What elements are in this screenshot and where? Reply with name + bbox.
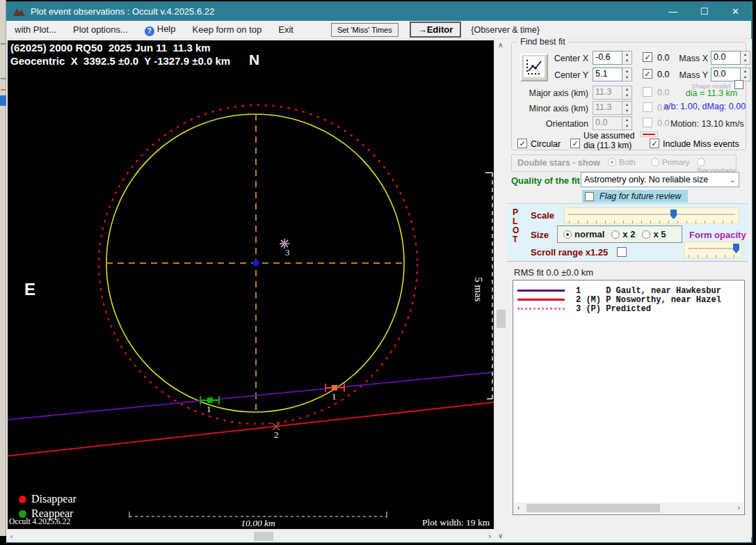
mas-scale-bracket [485,173,492,399]
size-radio-group: normal x 2 x 5 [557,226,682,243]
predicted-label: 3 [285,247,290,258]
east-label: E [24,280,35,299]
major-sigma-value: 0.0 [657,88,669,97]
minimize-button[interactable]: — [657,1,689,21]
major-axis-label: Major axis (km) [523,88,588,98]
center-y-field[interactable]: 5.1▲▼ [593,68,632,81]
center-y-spinner[interactable]: ▲▼ [622,68,632,81]
center-y-sigma-checkbox[interactable]: ✓ [643,69,652,79]
disappear-dot-icon [19,496,26,503]
size-x5-option[interactable]: x 5 [642,229,666,239]
menu-help[interactable]: ?Help [136,24,184,36]
observer-row-1[interactable]: 1 D Gault, near Hawkesbur [517,286,744,295]
find-best-fit-label: Find best fit [517,37,568,47]
plot-header: (62025) 2000 RQ50 2025 Jun 11 11.3 kmGeo… [10,42,230,68]
menu-exit[interactable]: Exit [270,24,302,35]
form-opacity-slider[interactable] [684,242,742,258]
orientation-spinner: ▲▼ [622,116,632,130]
chord1-left-label: 1 [207,404,211,415]
mass-x-spinner[interactable]: ▲▼ [741,51,750,65]
mass-x-label: Mass X [676,54,708,63]
form-opacity-label: Form opacity [689,230,746,240]
editor-button[interactable]: →Editor [410,22,462,38]
observer-2-label: 2 (M) P Nosworthy, near Hazel [576,295,721,305]
center-dot [253,260,259,267]
opacity-slider-track [688,248,738,249]
observer-time-label: {Observer & time} [471,25,540,35]
chord1-right-label: 1 [332,391,337,402]
listbox-scroll-left-icon[interactable]: ‹ [517,505,520,512]
maximize-button[interactable]: ☐ [689,1,720,21]
center-y-sigma-value: 0.0 [657,70,669,79]
radio-both: Both [608,158,636,166]
circular-checkbox[interactable]: ✓ [517,139,527,148]
center-x-field[interactable]: -0.6▲▼ [593,51,632,65]
scroll-range-checkbox[interactable] [617,247,627,257]
observer-row-3[interactable]: 3 (P) Predicted [517,304,744,313]
mass-y-spinner[interactable]: ▲▼ [741,68,750,81]
motion-text: Motion: 13.10 km/s [670,119,748,129]
center-x-spinner[interactable]: ▲▼ [622,51,632,65]
mass-y-field[interactable]: 0.0▲▼ [711,68,750,81]
scroll-down-icon[interactable]: ∨ [498,532,503,539]
close-button[interactable]: ✕ [720,1,751,21]
opacity-slider-ticks [689,255,737,258]
chevron-down-icon: ⌄ [730,175,736,184]
orientation-sigma-value: 0.0 [657,118,669,128]
menu-plot-options[interactable]: Plot options... [65,24,136,35]
scroll-left-icon[interactable]: ‹ [10,533,13,540]
minor-axis-spinner: ▲▼ [622,101,632,115]
control-panel: Find best fit Center X -0.6 [507,39,752,537]
observer-row-2[interactable]: 2 (M) P Nosworthy, near Hazel [517,295,744,304]
scroll-up-icon[interactable]: ∧ [498,42,503,49]
center-x-label: Center X [548,54,588,63]
size-normal-option[interactable]: normal [563,229,604,239]
flag-review-checkbox[interactable] [585,192,594,201]
occultation-plot[interactable]: (62025) 2000 RQ50 2025 Jun 11 11.3 kmGeo… [6,39,495,530]
dia-text: dia = 11.3 km [676,88,747,98]
scroll-range-label: Scroll range x1.25 [531,247,608,258]
listbox-horizontal-scrollbar[interactable]: ‹ › [514,503,743,514]
help-icon: ? [145,26,154,36]
app-icon [13,7,25,16]
chord1-line [8,372,492,420]
background-selected-item [0,95,6,106]
plot-vertical-scrollbar[interactable]: ∧ ∨ [495,39,507,542]
scroll-right-icon[interactable]: › [489,533,491,540]
center-y-label: Center Y [548,70,588,80]
predicted-line-sample [517,308,565,310]
quality-select[interactable]: Astrometry only. No reliable size ⌄ [581,172,739,187]
menu-with-plot[interactable]: with Plot... [6,24,65,35]
minor-axis-field: 11.3▲▼ [593,101,632,115]
background-window-strip [0,0,6,536]
major-axis-spinner: ▲▼ [622,86,632,100]
horizontal-scroll-thumb[interactable] [254,532,273,541]
find-best-fit-group: Find best fit Center X -0.6 [511,42,746,150]
set-miss-times-button[interactable]: Set 'Miss' Times [331,23,399,37]
size-x2-option[interactable]: x 2 [611,229,635,239]
plot-controls-panel: PLOT Scale Size normal x 2 x 5 Form opac… [507,203,748,262]
rms-fit-label: RMS fit 0.0 ±0.0 km [514,267,593,278]
fit-button[interactable] [520,54,548,81]
observers-listbox[interactable]: 1 D Gault, near Hawkesbur 2 (M) P Noswor… [513,280,745,515]
chord1-line-sample [517,290,565,292]
scale-slider-track [568,214,735,215]
opacity-slider-thumb[interactable] [733,244,739,253]
orientation-field: 0.0▲▼ [593,116,632,130]
use-assumed-checkbox[interactable]: ✓ [570,139,580,148]
scale-slider[interactable] [564,207,739,224]
include-miss-checkbox[interactable]: ✓ [650,139,659,148]
double-stars-label: Double stars - show [517,158,600,168]
scale-slider-thumb[interactable] [670,210,677,219]
version-label: Occult 4.2025.6.22 [9,517,70,526]
scale-label: Scale [531,210,554,221]
menu-keep-on-top[interactable]: Keep form on top [184,24,271,35]
mass-x-field[interactable]: 0.0▲▼ [711,51,750,65]
title-bar[interactable]: Plot event observations : Occult v.4.202… [6,1,751,21]
occult-plot-window: Plot event observations : Occult v.4.202… [6,1,753,543]
plot-horizontal-scrollbar[interactable]: ‹ › [6,530,495,542]
center-x-sigma-checkbox[interactable]: ✓ [643,52,652,62]
listbox-scroll-right-icon[interactable]: › [738,505,740,512]
vertical-scroll-thumb[interactable] [497,310,506,328]
listbox-scroll-thumb[interactable] [526,504,660,512]
